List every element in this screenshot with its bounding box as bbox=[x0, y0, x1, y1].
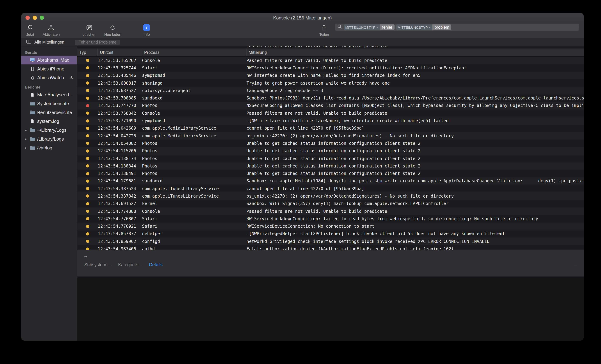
tab-all-messages[interactable]: Alle Mitteilungen bbox=[34, 40, 64, 44]
sidebar-item-library-logs[interactable]: ▶~/Library/Logs bbox=[21, 126, 77, 135]
row-time: 12:43:54.054082 bbox=[98, 141, 142, 146]
row-time: 12:43:54.179681 bbox=[98, 179, 142, 184]
row-level-dot bbox=[86, 179, 89, 183]
folder-icon bbox=[30, 127, 35, 133]
table-row[interactable]: 12:43:54.138491 Photos Unable to get cac… bbox=[77, 170, 584, 177]
table-row[interactable]: 12:43:53.325744 Safari RWIServiceLockdow… bbox=[77, 64, 584, 72]
row-level-dot bbox=[86, 59, 89, 62]
sidebar-item-label: Abies iPhone bbox=[37, 66, 64, 71]
tab-errors-and-faults[interactable]: Fehler und Probleme bbox=[75, 39, 120, 45]
filter-token-fehler[interactable]: MITTEILUNGSTYP⌄ fehler bbox=[344, 24, 394, 30]
table-row[interactable]: 12:43:53.687527 colorsync.useragent lang… bbox=[77, 87, 584, 94]
table-row[interactable]: 12:43:54.115206 Photos Unable to get cac… bbox=[77, 147, 584, 155]
sidebar-item-label: /Library/Logs bbox=[37, 136, 64, 142]
zoom-button[interactable] bbox=[40, 16, 44, 20]
info-icon: i bbox=[143, 23, 150, 32]
disclosure-triangle-icon[interactable]: ▶ bbox=[24, 129, 28, 132]
table-row[interactable]: 12:43:54.987406 authd Fatal: authorizati… bbox=[77, 245, 584, 250]
detail-text-pane[interactable] bbox=[77, 276, 584, 341]
column-header-mitteilung[interactable]: Mitteilung bbox=[247, 49, 584, 56]
table-row[interactable]: 12:43:53.758342 Console Passed filters a… bbox=[77, 109, 584, 117]
table-row[interactable]: 12:43:54.179681 sandboxd Sandbox: com.ap… bbox=[77, 177, 584, 185]
table-row[interactable]: 12:43:54.774888 Console Passed filters a… bbox=[77, 207, 584, 215]
row-message: Unable to get cached status information … bbox=[247, 148, 584, 153]
table-row[interactable]: 12:43:54.776921 Safari RWIServiceDeviceC… bbox=[77, 223, 584, 230]
disclosure-triangle-icon[interactable]: ▶ bbox=[24, 138, 28, 140]
row-level-dot bbox=[86, 202, 89, 205]
ghost-message: Passed filters are not valid. Unable to … bbox=[247, 46, 387, 48]
table-row[interactable]: 12:43:54.387524 com.apple.iTunesLibraryS… bbox=[77, 185, 584, 192]
activities-button[interactable]: Aktivitäten bbox=[42, 23, 60, 37]
column-header-prozess[interactable]: Prozess bbox=[142, 49, 247, 56]
table-row[interactable]: 12:43:54.138344 Photos Unable to get cac… bbox=[77, 162, 584, 170]
row-message: os_unix.c:42270: (2) open(/var/db/Detach… bbox=[247, 194, 584, 199]
chevron-down-icon[interactable]: ⌄ bbox=[376, 26, 379, 29]
row-process: Safari bbox=[142, 216, 247, 221]
sidebar-item-label: ~/Library/Logs bbox=[37, 128, 67, 133]
titlebar[interactable]: Konsole (2.156 Mitteilungen) bbox=[21, 13, 584, 23]
row-time: 12:43:54.691527 bbox=[98, 201, 142, 206]
disclosure-triangle-icon[interactable]: ▶ bbox=[24, 147, 28, 149]
row-time: 12:43:54.776921 bbox=[98, 224, 142, 229]
clear-icon bbox=[86, 23, 93, 32]
sidebar-item-mac-analyseed[interactable]: Mac-Analyseed… bbox=[21, 90, 77, 99]
folder-icon bbox=[30, 101, 35, 106]
share-button[interactable]: Teilen bbox=[319, 23, 329, 37]
row-message: Unable to get cached status information … bbox=[247, 164, 584, 168]
table-row[interactable]: 12:43:53.600817 sharingd Trying to grab … bbox=[77, 79, 584, 87]
row-time: 12:43:54.138491 bbox=[98, 171, 142, 176]
table-row[interactable]: 12:43:53.485446 symptomsd nw_interface_c… bbox=[77, 72, 584, 79]
table-row[interactable]: 12:43:53.747770 Photos NSSecureCoding al… bbox=[77, 102, 584, 109]
sidebar-item-abies-iphone[interactable]: Abies iPhone bbox=[21, 64, 77, 73]
row-message: RWIServiceDeviceConnection: No connectio… bbox=[247, 224, 584, 229]
table-row[interactable]: 12:43:54.054082 Photos Unable to get cac… bbox=[77, 140, 584, 147]
search-input[interactable]: MITTEILUNGSTYP⌄ fehler MITTEILUNGSTYP⌄ p… bbox=[335, 23, 579, 31]
row-message: Unable to get cached status information … bbox=[247, 141, 584, 146]
table-row[interactable]: 12:43:53.165262 Console Passed filters a… bbox=[77, 57, 584, 64]
clear-button[interactable]: Löschen bbox=[82, 23, 96, 37]
sidebar-item-library-logs[interactable]: ▶/Library/Logs bbox=[21, 135, 77, 143]
table-row[interactable]: 12:43:54.776807 Safari RWIServiceLockdow… bbox=[77, 215, 584, 223]
sidebar-item-systemberichte[interactable]: Systemberichte bbox=[21, 99, 77, 108]
sidebar-item-label: /var/log bbox=[37, 145, 52, 150]
row-time: 12:43:54.138344 bbox=[98, 164, 142, 168]
sidebar-item-system-log[interactable]: system.log bbox=[21, 117, 77, 126]
row-time: 12:43:53.687527 bbox=[98, 88, 142, 93]
table-row[interactable]: 12:43:54.138174 Photos Unable to get cac… bbox=[77, 155, 584, 162]
folder-icon bbox=[30, 109, 35, 115]
row-level-dot bbox=[86, 172, 89, 175]
table-row[interactable]: 12:43:53.708385 sandboxd Sandbox: Photos… bbox=[77, 94, 584, 102]
sidebar-section-title: Geräte bbox=[21, 48, 77, 56]
minimize-button[interactable] bbox=[33, 16, 37, 20]
sidebar-item-var-log[interactable]: ▶/var/log bbox=[21, 143, 77, 152]
reload-button[interactable]: Neu laden bbox=[104, 23, 121, 37]
table-row[interactable]: 12:43:54.691527 kernel Sandbox: WiFi Sig… bbox=[77, 200, 584, 207]
close-button[interactable] bbox=[26, 16, 30, 20]
now-button[interactable]: Jetzt bbox=[26, 23, 34, 37]
sidebar-item-abrahams-imac[interactable]: Abrahams iMac bbox=[21, 56, 77, 64]
filter-bar: Alle Mitteilungen Fehler und Probleme bbox=[21, 39, 584, 46]
document-icon bbox=[30, 92, 35, 98]
row-process: com.apple.MediaLibraryService bbox=[142, 133, 247, 138]
details-link[interactable]: Details bbox=[149, 262, 162, 267]
sidebar-item-benutzerberichte[interactable]: Benutzerberichte bbox=[21, 108, 77, 117]
row-message: nw_interface_create_with_name Failed to … bbox=[247, 73, 584, 78]
table-row[interactable]: 12:43:54.859962 configd networkd_privile… bbox=[77, 238, 584, 245]
table-row[interactable]: 12:43:54.042723 com.apple.MediaLibrarySe… bbox=[77, 132, 584, 140]
row-process: Console bbox=[142, 58, 247, 63]
chevron-down-icon[interactable]: ⌄ bbox=[429, 26, 431, 29]
table-row[interactable]: 12:43:54.042689 com.apple.MediaLibrarySe… bbox=[77, 124, 584, 132]
row-message: languageCode 2 regionCode == 3 bbox=[247, 88, 584, 93]
column-header-uhrzeit[interactable]: Uhrzeit bbox=[98, 49, 142, 56]
column-header-typ[interactable]: Typ bbox=[77, 49, 98, 56]
sidebar-item-abies-iwatch[interactable]: Abies iWatch⚠ bbox=[21, 73, 77, 82]
filter-token-problem[interactable]: MITTEILUNGSTYP⌄ problem bbox=[396, 24, 451, 30]
table-row[interactable]: 12:43:53.771090 symptomsd -[NWInterface … bbox=[77, 117, 584, 125]
table-row[interactable]: 12:43:54.857877 nehelper -[NWPrivilegedH… bbox=[77, 230, 584, 238]
sidebar-item-label: Abrahams iMac bbox=[37, 57, 69, 63]
row-process: com.apple.MediaLibraryService bbox=[142, 126, 247, 131]
info-button[interactable]: i Info bbox=[143, 23, 150, 37]
row-process: colorsync.useragent bbox=[142, 88, 247, 93]
row-level-dot bbox=[86, 165, 89, 168]
table-row[interactable]: 12:43:54.387842 com.apple.iTunesLibraryS… bbox=[77, 192, 584, 200]
